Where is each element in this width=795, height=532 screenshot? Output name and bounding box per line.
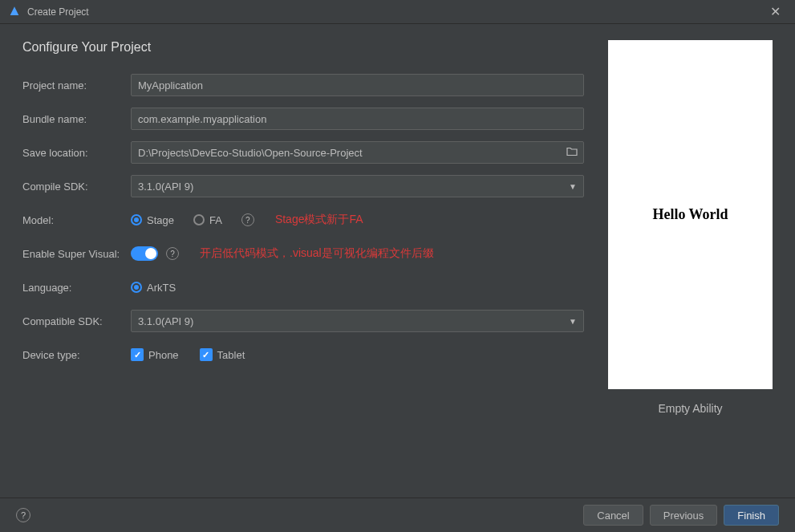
model-stage-text: Stage	[147, 214, 174, 226]
compatible-sdk-select[interactable]: 3.1.0(API 9) ▼	[131, 310, 584, 332]
model-fa-text: FA	[209, 214, 222, 226]
footer-help-icon[interactable]: ?	[16, 508, 30, 522]
preview-template-label: Empty Ability	[658, 402, 722, 415]
compile-sdk-value: 3.1.0(API 9)	[138, 181, 193, 193]
compatible-sdk-value: 3.1.0(API 9)	[138, 315, 193, 327]
preview-hello-text: Hello World	[652, 206, 728, 223]
model-fa-radio[interactable]: FA	[193, 214, 222, 226]
preview-panel: Hello World Empty Ability	[608, 40, 773, 497]
compile-sdk-label: Compile SDK:	[22, 181, 131, 193]
finish-button[interactable]: Finish	[724, 505, 779, 526]
radio-dot-icon	[131, 282, 142, 293]
previous-button[interactable]: Previous	[650, 505, 718, 526]
save-location-label: Save location:	[22, 147, 131, 159]
super-visual-help-icon[interactable]: ?	[166, 247, 179, 260]
chevron-down-icon: ▼	[569, 182, 577, 191]
radio-dot-icon	[193, 214, 205, 225]
save-location-input[interactable]	[131, 141, 584, 164]
bundle-name-input[interactable]	[131, 108, 584, 130]
compile-sdk-select[interactable]: 3.1.0(API 9) ▼	[131, 175, 584, 197]
device-type-label: Device type:	[22, 349, 131, 361]
device-phone-text: Phone	[148, 349, 179, 361]
app-logo-icon	[8, 6, 21, 18]
window-title: Create Project	[27, 6, 763, 18]
checkmark-icon: ✓	[131, 348, 144, 361]
super-visual-toggle[interactable]	[131, 246, 158, 261]
checkmark-icon: ✓	[200, 348, 213, 361]
model-label: Model:	[22, 214, 131, 226]
device-phone-checkbox[interactable]: ✓ Phone	[131, 348, 179, 361]
model-help-icon[interactable]: ?	[241, 213, 254, 226]
super-visual-annotation: 开启低代码模式，.visual是可视化编程文件后缀	[200, 246, 434, 261]
project-name-input[interactable]	[131, 74, 584, 96]
device-tablet-checkbox[interactable]: ✓ Tablet	[200, 348, 245, 361]
radio-dot-icon	[131, 214, 142, 225]
compatible-sdk-label: Compatible SDK:	[22, 315, 131, 327]
browse-folder-icon[interactable]	[566, 147, 578, 159]
language-arkts-radio[interactable]: ArkTS	[131, 282, 176, 294]
page-heading: Configure Your Project	[22, 40, 584, 55]
model-annotation: Stage模式新于FA	[275, 213, 363, 227]
project-name-label: Project name:	[22, 79, 131, 91]
language-arkts-text: ArkTS	[147, 282, 176, 294]
device-tablet-text: Tablet	[217, 349, 245, 361]
footer: ? Cancel Previous Finish	[0, 497, 795, 532]
super-visual-label: Enable Super Visual:	[22, 248, 131, 260]
chevron-down-icon: ▼	[569, 317, 577, 326]
bundle-name-label: Bundle name:	[22, 113, 131, 125]
phone-preview: Hello World	[608, 40, 773, 389]
cancel-button[interactable]: Cancel	[583, 505, 643, 526]
language-label: Language:	[22, 282, 131, 294]
titlebar: Create Project ✕	[0, 0, 795, 24]
model-stage-radio[interactable]: Stage	[131, 214, 174, 226]
close-button[interactable]: ✕	[763, 0, 787, 24]
